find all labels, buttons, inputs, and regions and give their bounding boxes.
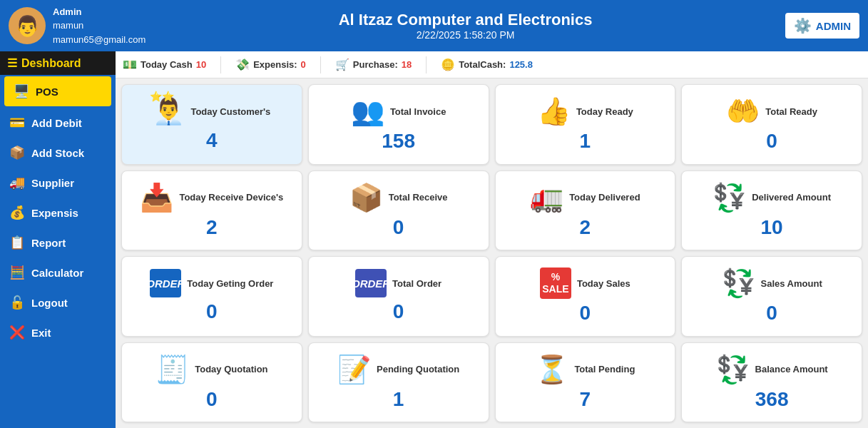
total-ready-title-area: Total Ready <box>765 106 817 117</box>
receive-title: Today Receive Device's <box>179 192 283 203</box>
sidebar-item-logout[interactable]: 🔓 Logout <box>0 287 116 317</box>
sidebar-label-calculator: Calculator <box>31 267 83 279</box>
sidebar-item-supplier[interactable]: 🚚 Supplier <box>0 168 116 198</box>
app-date: 2/22/2025 1:58:20 PM <box>145 29 785 41</box>
card-total-ready[interactable]: 🤲 Total Ready 0 <box>681 84 862 165</box>
delivered-amount-icon: 💱 <box>713 182 746 213</box>
card-today-customers[interactable]: 👨‍💼 ⭐⭐ Today Customer's 4 <box>121 84 302 165</box>
divider-1 <box>220 56 221 73</box>
today-ready-title-area: Today Ready <box>576 106 633 117</box>
logout-icon: 🔓 <box>9 295 26 310</box>
card-header-receive: 📥 Today Receive Device's <box>140 182 283 213</box>
username: Admin <box>53 5 145 19</box>
delivered-amount-title-area: Delivered Amount <box>752 192 831 203</box>
sidebar-label-report: Report <box>31 237 66 249</box>
subname: mamun <box>53 19 145 33</box>
card-header-delivered: 🚛 Today Delivered <box>530 182 640 213</box>
sidebar-label-expensis: Expensis <box>31 207 78 219</box>
dashboard-grid: 👨‍💼 ⭐⭐ Today Customer's 4 👥 Total Invoic… <box>116 78 868 428</box>
balance-title-area: Balance Amount <box>755 364 828 374</box>
card-header-invoice: 👥 Total Invoice <box>351 96 446 127</box>
pending-quotation-icon: 📝 <box>337 354 371 385</box>
pos-icon: 🖥️ <box>13 83 30 99</box>
sidebar-item-add-stock[interactable]: 📦 Add Stock <box>0 138 116 168</box>
sidebar-item-expensis[interactable]: 💰 Expensis <box>0 198 116 228</box>
content-area: 💵 Today Cash 10 💸 Expensis: 0 🛒 Purchase… <box>116 51 868 428</box>
expensis-topbar-icon: 💸 <box>235 58 250 71</box>
sidebar-label-add-stock: Add Stock <box>31 147 84 159</box>
sidebar-item-exit[interactable]: ❌ Exit <box>0 317 116 347</box>
pending-quotation-title-area: Pending Quotation <box>377 364 459 374</box>
card-pending-quotation[interactable]: 📝 Pending Quotation 1 <box>308 342 489 423</box>
card-header-pending-quotation: 📝 Pending Quotation <box>337 354 459 385</box>
card-today-quotation[interactable]: 🧾 Today Quotation 0 <box>121 342 302 423</box>
expensis-topbar-label: Expensis: <box>253 59 297 70</box>
admin-button[interactable]: ⚙️ ADMIN <box>785 13 859 39</box>
total-ready-value: 0 <box>766 130 777 153</box>
cash-icon: 💵 <box>123 58 137 71</box>
card-balance-amount[interactable]: 💱 Balance Amount 368 <box>681 342 862 423</box>
gear-icon: ⚙️ <box>794 17 812 34</box>
sidebar-item-pos[interactable]: 🖥️ POS <box>4 76 111 106</box>
sidebar-item-report[interactable]: 📋 Report <box>0 228 116 258</box>
totalcash-icon: 🪙 <box>441 58 455 71</box>
today-order-value: 0 <box>206 300 218 323</box>
delivered-title: Today Delivered <box>569 192 640 203</box>
sidebar-item-calculator[interactable]: 🧮 Calculator <box>0 258 116 287</box>
invoice-value: 158 <box>382 130 415 153</box>
today-sales-title-area: Today Sales <box>577 278 630 289</box>
card-total-invoice[interactable]: 👥 Total Invoice 158 <box>308 84 489 165</box>
customers-title: Today Customer's <box>190 106 270 117</box>
divider-3 <box>426 56 427 73</box>
customers-title-area: Today Customer's <box>190 106 270 117</box>
email: mamun65@gmail.com <box>53 33 145 47</box>
sales-amount-title: Sales Amount <box>761 278 822 289</box>
total-pending-title-area: Total Pending <box>574 364 635 374</box>
totalcash-value: 125.8 <box>509 59 533 70</box>
balance-value: 368 <box>755 388 789 411</box>
card-header-total-receive: 📦 Total Receive <box>349 182 448 213</box>
receive-icon: 📥 <box>140 182 173 213</box>
invoice-title-area: Total Invoice <box>390 106 446 117</box>
card-delivered-amount[interactable]: 💱 Delivered Amount 10 <box>681 170 862 251</box>
card-total-receive[interactable]: 📦 Total Receive 0 <box>308 170 489 251</box>
app-header: 👨 Admin mamun mamun65@gmail.com Al Itzaz… <box>0 0 868 51</box>
box-icon: 📦 <box>349 182 383 213</box>
card-header-today-order: ORDER Today Geting Order <box>150 269 273 297</box>
card-today-receive[interactable]: 📥 Today Receive Device's 2 <box>121 170 302 251</box>
card-total-pending[interactable]: ⏳ Total Pending 7 <box>495 342 676 423</box>
card-total-order[interactable]: ORDER Total Order 0 <box>308 256 489 337</box>
supplier-icon: 🚚 <box>9 175 26 190</box>
header-center: Al Itzaz Computer and Electronics 2/22/2… <box>145 11 785 41</box>
sale-tag-icon: %SALE <box>540 268 571 299</box>
sidebar-item-add-debit[interactable]: 💳 Add Debit <box>0 108 116 138</box>
card-sales-amount[interactable]: 💱 Sales Amount 0 <box>681 256 862 337</box>
receive-title-area: Today Receive Device's <box>179 192 283 203</box>
totalcash-label: TotalCash: <box>459 59 506 70</box>
stars-icon: ⭐⭐ <box>150 91 174 102</box>
card-today-order[interactable]: ORDER Today Geting Order 0 <box>121 256 302 337</box>
card-header-delivered-amount: 💱 Delivered Amount <box>713 182 831 213</box>
sidebar-title-label: Deshboard <box>21 57 81 70</box>
card-header-total-pending: ⏳ Total Pending <box>535 354 635 385</box>
card-today-ready[interactable]: 👍 Today Ready 1 <box>495 84 676 165</box>
cash-value: 10 <box>196 59 206 70</box>
card-header-sales-amount: 💱 Sales Amount <box>722 268 822 299</box>
total-receive-value: 0 <box>393 216 404 239</box>
total-receive-title: Total Receive <box>389 192 448 203</box>
balance-title: Balance Amount <box>755 364 828 374</box>
delivered-value: 2 <box>580 216 591 239</box>
admin-label: ADMIN <box>816 20 851 32</box>
sidebar-label-exit: Exit <box>31 327 51 339</box>
card-today-sales[interactable]: %SALE Today Sales 0 <box>495 256 676 337</box>
avatar: 👨 <box>9 7 46 44</box>
sidebar-title: ☰ Deshboard <box>0 51 116 75</box>
receive-value: 2 <box>206 216 218 239</box>
sidebar-label-pos: POS <box>36 86 58 98</box>
customers-value: 4 <box>206 129 218 152</box>
total-order-value: 0 <box>393 300 404 323</box>
card-today-delivered[interactable]: 🚛 Today Delivered 2 <box>495 170 676 251</box>
pending-quotation-title: Pending Quotation <box>377 364 459 374</box>
card-header-total-ready: 🤲 Total Ready <box>726 96 817 127</box>
sidebar-label-add-debit: Add Debit <box>31 117 82 129</box>
